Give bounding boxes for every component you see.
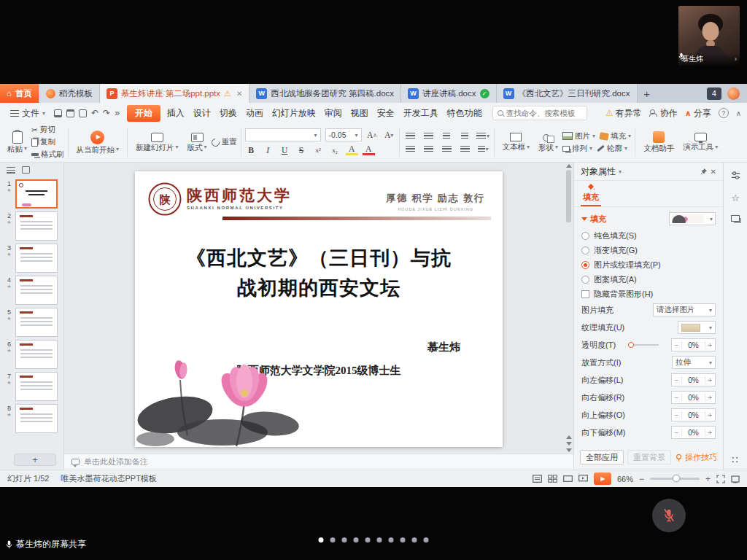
thumbnail-preview[interactable] [15, 211, 58, 241]
underline-button[interactable]: U [279, 144, 291, 156]
picture-button[interactable]: 图片 ▾ [562, 131, 595, 141]
radio-icon[interactable] [581, 232, 589, 240]
previous-slide-icon[interactable] [566, 435, 572, 439]
outline-button[interactable]: 轮廓 ▾ [597, 144, 627, 154]
outline-view-icon[interactable] [7, 167, 15, 174]
undo-icon[interactable]: ↶ [91, 108, 98, 118]
font-name-combo[interactable]: ▾ [245, 128, 321, 141]
tab-document-active[interactable]: P 慕生炜讲座 第二场ppt.pptx ⚠ ✕ [100, 84, 249, 103]
plus-icon[interactable]: + [705, 411, 715, 419]
print-icon[interactable] [66, 109, 74, 117]
file-menu-button[interactable]: 文件 ▾ [6, 106, 50, 121]
italic-button[interactable]: I [262, 144, 274, 156]
scroll-down-icon[interactable] [566, 448, 572, 452]
new-slide-button[interactable]: 新建幻灯片 ▾ [131, 125, 183, 160]
shapes-button[interactable]: 形状 ▾ [534, 125, 562, 160]
ribbon-tab-security[interactable]: 安全 [373, 105, 399, 122]
thumbnail-preview[interactable] [15, 276, 58, 305]
collapse-ribbon-button[interactable]: ∧ [736, 109, 741, 117]
slide-thumbnail[interactable]: 8★ [0, 402, 63, 435]
pin-icon[interactable] [700, 168, 708, 176]
help-button[interactable]: ? [719, 108, 729, 118]
zoom-slider-thumb[interactable] [673, 475, 680, 482]
fill-option-gradient[interactable]: 渐变填充(G) [581, 243, 716, 257]
decrease-font-button[interactable]: A▾ [383, 129, 395, 141]
minus-icon[interactable]: − [672, 376, 681, 384]
radio-icon[interactable] [581, 261, 589, 269]
ribbon-tab-start[interactable]: 开始 [127, 105, 160, 122]
tab-home[interactable]: ⌂ 首页 [0, 84, 39, 103]
ribbon-tab-features[interactable]: 特色功能 [443, 105, 487, 122]
scrollbar-thumb[interactable] [566, 170, 571, 222]
slider-thumb[interactable] [628, 342, 634, 348]
picture-fill-dropdown[interactable]: 请选择图片 ▾ [653, 303, 716, 316]
slideshow-view-icon[interactable] [578, 475, 588, 483]
chevron-right-icon[interactable]: › [735, 55, 737, 63]
subscript-button[interactable]: x₂ [329, 144, 341, 156]
command-search-box[interactable] [492, 106, 587, 120]
slide-thumbnail[interactable]: 2★ [0, 210, 63, 242]
strikethrough-button[interactable]: S [295, 144, 308, 156]
ribbon-tab-review[interactable]: 审阅 [320, 105, 347, 122]
placement-dropdown[interactable]: 拉伸 ▾ [672, 356, 716, 369]
fill-section-header[interactable]: 填充 ▾ [581, 212, 716, 225]
close-icon[interactable]: ✕ [236, 90, 242, 98]
minus-icon[interactable]: − [672, 429, 681, 437]
window-count-badge[interactable]: 4 [707, 88, 721, 100]
checkbox-icon[interactable] [581, 290, 589, 298]
texture-fill-dropdown[interactable]: ▾ [678, 321, 716, 334]
radio-icon[interactable] [581, 276, 589, 284]
fill-preview-dropdown[interactable]: ▾ [669, 212, 716, 225]
more-icon[interactable]: » [115, 108, 120, 118]
thumbnail-preview[interactable] [15, 179, 58, 209]
minus-icon[interactable]: − [672, 411, 681, 419]
tab-docer[interactable]: 稻壳模板 [39, 84, 100, 103]
slide-thumbnail[interactable]: 7★ [0, 370, 63, 402]
superscript-button[interactable]: x² [312, 144, 325, 156]
scroll-up-icon[interactable] [566, 164, 572, 168]
bullet-list-button[interactable] [403, 131, 417, 141]
fill-option-pattern[interactable]: 图案填充(A) [581, 272, 716, 287]
transparency-slider[interactable] [628, 344, 659, 346]
slide-title[interactable]: 《西北文艺》（三日刊）与抗战初期的西安文坛 [135, 244, 503, 303]
thumbnail-preview[interactable] [15, 340, 58, 369]
university-brand[interactable]: 陕 陕西师范大学 SHAANXI NORMAL UNIVERSITY [148, 182, 292, 216]
plus-icon[interactable]: + [705, 394, 715, 402]
notes-bar[interactable]: 单击此处添加备注 [64, 454, 573, 470]
tab-fill[interactable]: 填充 [581, 181, 601, 206]
tab-document[interactable]: W 《西北文艺》三日刊研究.docx [497, 84, 638, 103]
close-icon[interactable]: ✕ [711, 168, 716, 176]
redo-icon[interactable]: ↷ [103, 108, 110, 118]
plus-icon[interactable]: + [705, 376, 715, 384]
numbered-list-button[interactable] [422, 131, 436, 141]
reading-view-icon[interactable] [563, 475, 573, 483]
search-input[interactable] [506, 109, 582, 117]
align-right-button[interactable] [440, 144, 454, 155]
minus-icon[interactable]: − [672, 341, 681, 349]
share-button[interactable]: ∧ 分享 [685, 107, 711, 120]
ribbon-tab-insert[interactable]: 插入 [163, 105, 189, 122]
ribbon-tab-devtools[interactable]: 开发工具 [399, 105, 443, 122]
slide-thumbnail[interactable]: 6★ [0, 338, 63, 370]
highlight-color-button[interactable]: A [346, 144, 358, 155]
textbox-button[interactable]: 文本框 ▾ [498, 125, 535, 160]
line-spacing-button[interactable]: ▾ [476, 131, 490, 141]
present-tools-button[interactable]: 演示工具 ▾ [678, 125, 722, 160]
thumbnail-preview[interactable] [15, 404, 58, 433]
tab-document[interactable]: W 讲座讲稿.docx ✓ [401, 84, 497, 103]
play-from-current-button[interactable]: ▶ 从当前开始 ▾ [72, 125, 124, 160]
zoom-slider[interactable] [650, 478, 700, 480]
slide-thumbnail[interactable]: 1★ [0, 178, 63, 210]
chevron-down-icon[interactable]: ▾ [619, 168, 622, 175]
mute-button[interactable] [652, 499, 686, 532]
format-painter-button[interactable]: 格式刷 [31, 149, 64, 160]
ribbon-tab-animation[interactable]: 动画 [241, 105, 268, 122]
doc-assistant-button[interactable]: 文档助手 [639, 125, 678, 160]
layout-button[interactable]: 版式 ▾ [183, 125, 212, 160]
zoom-in-button[interactable]: + [705, 474, 711, 484]
account-avatar[interactable] [727, 88, 740, 100]
ribbon-tab-transition[interactable]: 切换 [215, 105, 241, 122]
bold-button[interactable]: B [245, 144, 258, 156]
preview-icon[interactable] [79, 109, 87, 117]
arrange-button[interactable]: 排列 ▾ [562, 144, 592, 154]
